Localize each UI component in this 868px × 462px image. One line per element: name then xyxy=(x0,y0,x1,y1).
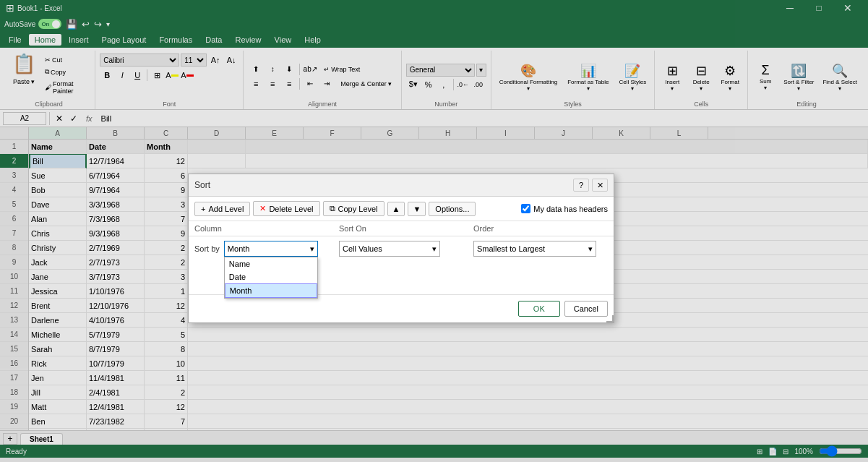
dialog-toolbar: + Add Level ✕ Delete Level ⧉ Copy Level … xyxy=(189,197,614,221)
copy-level-label: Copy Level xyxy=(338,205,378,213)
options-btn[interactable]: Options... xyxy=(429,202,476,216)
copy-icon: ⧉ xyxy=(330,204,335,213)
my-data-headers-checkbox[interactable] xyxy=(521,204,530,213)
cancel-btn[interactable]: Cancel xyxy=(564,301,608,317)
dialog-help-btn[interactable]: ? xyxy=(573,179,589,192)
sort-row: Sort by Month ▾ Name Date Month Ce xyxy=(189,236,614,294)
order-arrow: ▾ xyxy=(588,244,593,254)
delete-level-label: Delete Level xyxy=(269,205,313,213)
move-up-btn[interactable]: ▲ xyxy=(387,202,405,216)
dropdown-item-name[interactable]: Name xyxy=(225,257,317,270)
dropdown-item-month[interactable]: Month xyxy=(225,283,317,298)
add-icon: + xyxy=(201,205,205,213)
copy-level-btn[interactable]: ⧉ Copy Level xyxy=(323,201,384,216)
order-header: Order xyxy=(473,224,608,233)
dialog-close-btn[interactable]: ✕ xyxy=(592,179,608,192)
sort-on-arrow: ▾ xyxy=(432,244,437,254)
column-dropdown-list: Name Date Month xyxy=(224,257,318,299)
dialog-titlebar: Sort ? ✕ xyxy=(189,174,614,197)
sort-on-value: Cell Values xyxy=(343,244,382,253)
sort-dialog-overlay: Sort ? ✕ + Add Level ✕ Delete Level ⧉ Co… xyxy=(0,0,868,458)
sort-on-select[interactable]: Cell Values ▾ xyxy=(339,241,440,257)
add-level-btn[interactable]: + Add Level xyxy=(194,202,250,216)
column-header: Column xyxy=(194,224,339,233)
delete-level-btn[interactable]: ✕ Delete Level xyxy=(253,201,319,216)
sort-dialog: Sort ? ✕ + Add Level ✕ Delete Level ⧉ Co… xyxy=(188,174,614,323)
move-down-btn[interactable]: ▼ xyxy=(408,202,426,216)
column-dropdown-arrow: ▾ xyxy=(310,244,314,254)
order-value: Smallest to Largest xyxy=(477,244,545,253)
order-select[interactable]: Smallest to Largest ▾ xyxy=(473,241,596,257)
column-select-value: Month xyxy=(228,244,250,253)
ok-btn[interactable]: OK xyxy=(518,301,560,317)
my-data-headers-label: My data has headers xyxy=(533,205,608,213)
add-level-label: Add Level xyxy=(208,205,244,213)
my-data-headers-area: My data has headers xyxy=(521,204,608,213)
column-select[interactable]: Month ▾ xyxy=(224,241,318,257)
resize-handle[interactable] xyxy=(606,315,614,322)
dialog-controls: ? ✕ xyxy=(573,179,608,192)
delete-icon: ✕ xyxy=(259,204,266,213)
sort-headers: Column Sort On Order xyxy=(189,221,614,236)
sort-on-header: Sort On xyxy=(339,224,473,233)
dropdown-item-date[interactable]: Date xyxy=(225,270,317,283)
dialog-title: Sort xyxy=(194,180,210,190)
sort-by-label: Sort by xyxy=(194,244,220,253)
